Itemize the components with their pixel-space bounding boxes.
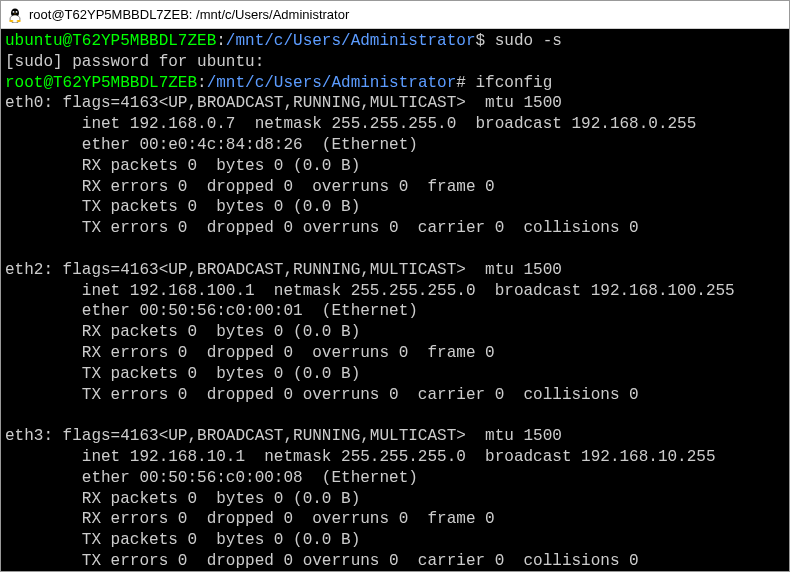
eth2-line: TX errors 0 dropped 0 overruns 0 carrier… xyxy=(5,386,639,404)
svg-point-7 xyxy=(17,19,21,21)
eth3-line: TX errors 0 dropped 0 overruns 0 carrier… xyxy=(5,552,639,570)
eth3-line: RX packets 0 bytes 0 (0.0 B) xyxy=(5,490,360,508)
prompt-userhost: ubuntu@T62YP5MBBDL7ZEB xyxy=(5,32,216,50)
command-ifconfig: ifconfig xyxy=(466,74,552,92)
prompt2-userhost: root@T62YP5MBBDL7ZEB xyxy=(5,74,197,92)
eth2-line: eth2: flags=4163<UP,BROADCAST,RUNNING,MU… xyxy=(5,261,562,279)
prompt2-sep: : xyxy=(197,74,207,92)
eth2-line: inet 192.168.100.1 netmask 255.255.255.0… xyxy=(5,282,735,300)
eth0-line: inet 192.168.0.7 netmask 255.255.255.0 b… xyxy=(5,115,696,133)
prompt-dollar: $ xyxy=(475,32,485,50)
eth3-line: eth3: flags=4163<UP,BROADCAST,RUNNING,MU… xyxy=(5,427,562,445)
eth2-line: TX packets 0 bytes 0 (0.0 B) xyxy=(5,365,360,383)
eth2-line: RX errors 0 dropped 0 overruns 0 frame 0 xyxy=(5,344,495,362)
eth0-line: RX errors 0 dropped 0 overruns 0 frame 0 xyxy=(5,178,495,196)
eth3-line: inet 192.168.10.1 netmask 255.255.255.0 … xyxy=(5,448,716,466)
prompt-path: /mnt/c/Users/Administrator xyxy=(226,32,476,50)
eth3-line: ether 00:50:56:c0:00:08 (Ethernet) xyxy=(5,469,418,487)
window-title: root@T62YP5MBBDL7ZEB: /mnt/c/Users/Admin… xyxy=(29,7,349,22)
eth0-line: ether 00:e0:4c:84:d8:26 (Ethernet) xyxy=(5,136,418,154)
eth0-line: TX errors 0 dropped 0 overruns 0 carrier… xyxy=(5,219,639,237)
eth0-line: eth0: flags=4163<UP,BROADCAST,RUNNING,MU… xyxy=(5,94,562,112)
svg-point-4 xyxy=(13,11,14,12)
command-sudo: sudo -s xyxy=(485,32,562,50)
tux-icon xyxy=(7,7,23,23)
terminal-window: root@T62YP5MBBDL7ZEB: /mnt/c/Users/Admin… xyxy=(0,0,790,572)
svg-point-5 xyxy=(16,11,17,12)
eth2-line: RX packets 0 bytes 0 (0.0 B) xyxy=(5,323,360,341)
titlebar[interactable]: root@T62YP5MBBDL7ZEB: /mnt/c/Users/Admin… xyxy=(1,1,789,29)
prompt-sep: : xyxy=(216,32,226,50)
prompt2-path: /mnt/c/Users/Administrator xyxy=(207,74,457,92)
eth3-line: TX packets 0 bytes 0 (0.0 B) xyxy=(5,531,360,549)
prompt2-hash: # xyxy=(456,74,466,92)
eth2-line: ether 00:50:56:c0:00:01 (Ethernet) xyxy=(5,302,418,320)
terminal-body[interactable]: ubuntu@T62YP5MBBDL7ZEB:/mnt/c/Users/Admi… xyxy=(1,29,789,571)
eth3-line: RX errors 0 dropped 0 overruns 0 frame 0 xyxy=(5,510,495,528)
svg-point-6 xyxy=(9,19,13,21)
eth0-line: RX packets 0 bytes 0 (0.0 B) xyxy=(5,157,360,175)
sudo-password-line: [sudo] password for ubuntu: xyxy=(5,53,264,71)
eth0-line: TX packets 0 bytes 0 (0.0 B) xyxy=(5,198,360,216)
